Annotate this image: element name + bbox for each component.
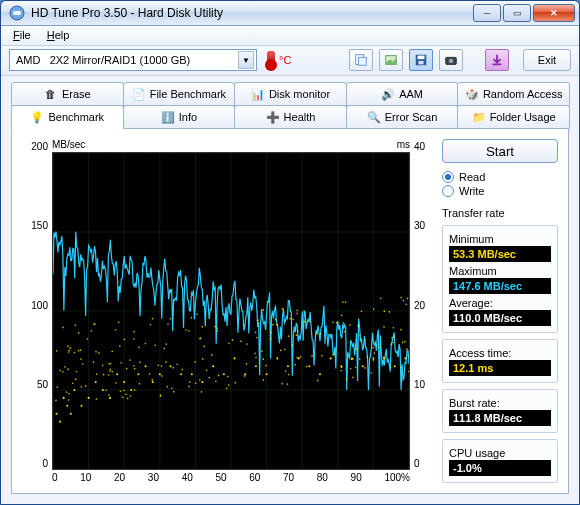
- svg-point-55: [266, 373, 268, 375]
- svg-point-97: [352, 358, 354, 360]
- temperature-value: °C: [279, 54, 291, 66]
- tab-folder-usage[interactable]: 📁Folder Usage: [457, 105, 570, 129]
- svg-point-177: [78, 332, 80, 334]
- svg-point-235: [289, 318, 291, 320]
- save-button[interactable]: [409, 49, 433, 71]
- svg-point-141: [133, 338, 135, 340]
- content-area: 🗑Erase 📄File Benchmark 📊Disk monitor 🔊AA…: [1, 76, 579, 504]
- svg-point-94: [240, 340, 242, 342]
- benchmark-panel: 200150100500 MB/sec ms 01020304050607080…: [11, 129, 569, 494]
- tab-health[interactable]: ➕Health: [234, 105, 347, 129]
- copy-image-button[interactable]: [379, 49, 403, 71]
- svg-point-149: [406, 348, 408, 350]
- tab-aam[interactable]: 🔊AAM: [346, 82, 459, 106]
- svg-point-274: [91, 330, 93, 332]
- svg-point-142: [403, 300, 405, 302]
- svg-point-77: [80, 349, 82, 351]
- svg-point-275: [196, 313, 198, 315]
- tab-file-benchmark[interactable]: 📄File Benchmark: [123, 82, 236, 106]
- svg-point-163: [81, 386, 83, 388]
- svg-point-124: [103, 374, 105, 376]
- menu-file[interactable]: File: [7, 27, 37, 43]
- minimize-button[interactable]: ─: [473, 4, 501, 22]
- svg-rect-7: [418, 56, 425, 60]
- svg-point-126: [263, 379, 265, 381]
- svg-point-172: [263, 309, 265, 311]
- svg-point-170: [62, 371, 64, 373]
- screenshot-button[interactable]: [439, 49, 463, 71]
- svg-point-84: [67, 345, 69, 347]
- tab-benchmark[interactable]: 💡Benchmark: [11, 105, 124, 129]
- benchmark-plot: [52, 152, 410, 470]
- mode-read-radio[interactable]: Read: [442, 171, 558, 183]
- svg-point-192: [235, 382, 237, 384]
- svg-point-267: [400, 329, 402, 331]
- svg-point-44: [152, 381, 154, 383]
- svg-point-48: [191, 373, 193, 375]
- tab-info[interactable]: ℹ️Info: [123, 105, 236, 129]
- svg-point-214: [296, 313, 298, 315]
- maximize-button[interactable]: ▭: [503, 4, 531, 22]
- menu-help[interactable]: Help: [41, 27, 76, 43]
- svg-point-38: [109, 397, 111, 399]
- svg-point-136: [188, 386, 190, 388]
- svg-point-233: [111, 350, 113, 352]
- svg-point-102: [391, 337, 393, 339]
- options-button[interactable]: [485, 49, 509, 71]
- drive-select[interactable]: AMD 2X2 Mirror/RAID1 (1000 GB) ▼: [9, 49, 257, 71]
- svg-point-270: [378, 346, 380, 348]
- svg-point-150: [384, 310, 386, 312]
- svg-point-284: [74, 352, 76, 354]
- svg-point-187: [67, 368, 69, 370]
- svg-point-110: [228, 342, 230, 344]
- svg-point-248: [195, 382, 197, 384]
- health-icon: ➕: [266, 110, 280, 124]
- svg-point-83: [112, 371, 114, 373]
- x-axis: 0102030405060708090100%: [52, 470, 410, 483]
- svg-point-278: [296, 310, 298, 312]
- svg-point-258: [127, 398, 129, 400]
- close-button[interactable]: ✕: [533, 4, 575, 22]
- tab-error-scan[interactable]: 🔍Error Scan: [346, 105, 459, 129]
- start-button[interactable]: Start: [442, 139, 558, 163]
- mode-write-radio[interactable]: Write: [442, 185, 558, 197]
- svg-point-260: [119, 345, 121, 347]
- svg-point-239: [342, 301, 344, 303]
- svg-point-135: [255, 357, 257, 359]
- svg-point-93: [288, 374, 290, 376]
- svg-point-253: [336, 322, 338, 324]
- svg-point-231: [188, 330, 190, 332]
- svg-point-266: [211, 354, 213, 356]
- svg-point-256: [110, 368, 112, 370]
- svg-point-204: [340, 370, 342, 372]
- thermometer-icon: [267, 51, 275, 69]
- svg-point-285: [275, 319, 277, 321]
- tab-erase[interactable]: 🗑Erase: [11, 82, 124, 106]
- svg-point-75: [129, 359, 131, 361]
- svg-point-134: [406, 303, 408, 305]
- copy-text-button[interactable]: [349, 49, 373, 71]
- svg-point-195: [125, 393, 127, 395]
- folder-icon: 📁: [472, 110, 486, 124]
- titlebar[interactable]: HD Tune Pro 3.50 - Hard Disk Utility ─ ▭…: [1, 1, 579, 26]
- toolbar: AMD 2X2 Mirror/RAID1 (1000 GB) ▼ °C Exit: [1, 46, 579, 76]
- svg-point-189: [108, 394, 110, 396]
- svg-point-91: [161, 375, 163, 377]
- svg-point-67: [394, 365, 396, 367]
- trash-icon: 🗑: [44, 87, 58, 101]
- svg-point-191: [383, 356, 385, 358]
- svg-point-105: [352, 377, 354, 379]
- svg-point-194: [270, 331, 272, 333]
- access-time-group: Access time: 12.1 ms: [442, 339, 558, 383]
- tab-random-access[interactable]: 🎲Random Access: [457, 82, 570, 106]
- svg-point-288: [359, 335, 361, 337]
- svg-point-245: [80, 358, 82, 360]
- svg-point-92: [391, 344, 393, 346]
- svg-point-28: [56, 413, 58, 415]
- svg-point-180: [171, 387, 173, 389]
- svg-point-158: [226, 387, 228, 389]
- menubar: File Help: [1, 26, 579, 46]
- exit-button[interactable]: Exit: [523, 49, 571, 71]
- svg-point-119: [351, 358, 353, 360]
- tab-disk-monitor[interactable]: 📊Disk monitor: [234, 82, 347, 106]
